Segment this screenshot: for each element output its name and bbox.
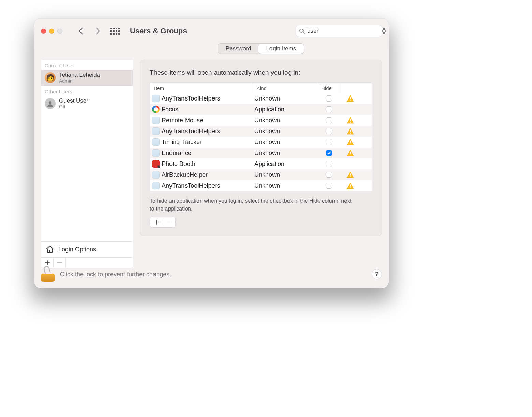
svg-rect-11 — [350, 144, 351, 144]
hide-checkbox[interactable] — [326, 117, 332, 123]
hide-hint: To hide an application when you log in, … — [150, 197, 354, 213]
user-add-remove — [41, 257, 133, 268]
warning-icon — [341, 171, 359, 178]
lock-icon[interactable] — [41, 267, 53, 282]
item-name: Photo Booth — [162, 160, 195, 168]
table-row[interactable]: Remote MouseUnknown — [150, 115, 372, 126]
item-name: AnyTransToolHelpers — [162, 182, 220, 189]
app-icon — [152, 117, 160, 124]
close-window-button[interactable] — [41, 29, 46, 34]
search-icon — [299, 28, 305, 34]
hide-checkbox[interactable] — [326, 95, 332, 102]
svg-rect-17 — [350, 187, 351, 188]
hide-checkbox[interactable] — [326, 161, 332, 167]
item-name: Endurance — [162, 150, 191, 157]
table-row[interactable]: FocusApplication — [150, 104, 372, 115]
table-row[interactable]: Timing TrackerUnknown — [150, 137, 372, 148]
other-users-label: Other Users — [41, 86, 133, 96]
current-user-label: Current User — [41, 60, 133, 70]
item-add-remove — [150, 217, 176, 228]
show-all-button[interactable] — [109, 24, 120, 38]
help-button[interactable]: ? — [372, 269, 382, 279]
item-name: Focus — [162, 106, 178, 113]
svg-rect-4 — [350, 97, 351, 99]
item-kind: Unknown — [252, 139, 317, 146]
main-content: Password Login Items These items will op… — [140, 43, 382, 268]
back-button[interactable] — [75, 24, 86, 38]
svg-rect-13 — [350, 155, 351, 155]
table-row[interactable]: AirBackupHelperUnknown — [150, 169, 372, 180]
col-item[interactable]: Item — [150, 83, 252, 93]
col-kind[interactable]: Kind — [252, 83, 317, 93]
item-kind: Unknown — [252, 95, 317, 102]
app-icon — [152, 106, 160, 113]
svg-rect-12 — [350, 152, 351, 154]
user-role: Admin — [59, 78, 100, 84]
user-avatar: 🧑 — [45, 72, 56, 83]
hide-checkbox[interactable] — [326, 128, 332, 134]
svg-line-1 — [303, 32, 304, 33]
svg-rect-8 — [350, 130, 351, 132]
svg-rect-9 — [350, 133, 351, 134]
app-icon — [152, 149, 160, 157]
guest-avatar-icon — [45, 98, 56, 109]
tab-group: Password Login Items — [218, 43, 304, 54]
tab-password[interactable]: Password — [218, 44, 259, 54]
minimize-window-button[interactable] — [49, 29, 54, 34]
item-kind: Application — [252, 106, 317, 113]
tab-login-items[interactable]: Login Items — [258, 44, 304, 54]
login-options-button[interactable]: Login Options — [41, 241, 133, 257]
user-name: Tetiana Leheida — [59, 72, 100, 78]
col-hide[interactable]: Hide — [317, 83, 341, 93]
svg-rect-14 — [350, 173, 351, 176]
table-row[interactable]: Photo BoothApplication — [150, 158, 372, 169]
panel-title: Users & Groups — [130, 27, 290, 35]
warning-icon — [341, 117, 359, 124]
svg-rect-5 — [350, 100, 351, 101]
hide-checkbox[interactable] — [326, 183, 332, 189]
warning-icon — [341, 182, 359, 189]
svg-rect-7 — [350, 122, 351, 123]
svg-rect-3 — [49, 250, 50, 252]
login-items-panel: These items will open automatically when… — [140, 60, 382, 236]
home-icon — [45, 245, 54, 254]
app-icon — [152, 127, 160, 135]
hide-checkbox[interactable] — [326, 150, 332, 156]
login-items-table: Item Kind Hide AnyTransToolHelpersUnknow… — [150, 82, 372, 191]
item-kind: Unknown — [252, 117, 317, 124]
warning-icon — [341, 95, 359, 102]
forward-button — [92, 24, 103, 38]
login-options-label: Login Options — [58, 246, 96, 253]
hide-checkbox[interactable] — [326, 172, 332, 178]
current-user-row[interactable]: 🧑 Tetiana Leheida Admin — [41, 70, 133, 86]
lock-hint: Click the lock to prevent further change… — [60, 271, 365, 278]
table-row[interactable]: AnyTransToolHelpersUnknown — [150, 126, 372, 137]
svg-point-2 — [49, 101, 51, 104]
search-field[interactable] — [296, 25, 382, 37]
item-name: AnyTransToolHelpers — [162, 95, 220, 102]
users-sidebar: Current User 🧑 Tetiana Leheida Admin Oth… — [41, 60, 133, 268]
table-row[interactable]: EnduranceUnknown — [150, 148, 372, 158]
user-role: Off — [59, 104, 88, 109]
clear-search-button[interactable] — [382, 28, 386, 34]
window-controls — [41, 29, 69, 34]
preferences-window: Users & Groups Current User 🧑 Tetiana Le… — [34, 19, 389, 288]
app-icon — [152, 95, 160, 102]
remove-item-button[interactable] — [163, 217, 176, 227]
add-item-button[interactable] — [150, 217, 163, 227]
warning-icon — [341, 150, 359, 156]
item-name: AirBackupHelper — [162, 171, 208, 179]
guest-user-row[interactable]: Guest User Off — [41, 96, 133, 112]
svg-rect-10 — [350, 141, 351, 143]
table-row[interactable]: AnyTransToolHelpersUnknown — [150, 180, 372, 191]
hide-checkbox[interactable] — [326, 139, 332, 145]
search-input[interactable] — [307, 28, 380, 34]
panel-intro: These items will open automatically when… — [150, 69, 372, 76]
table-row[interactable]: AnyTransToolHelpersUnknown — [150, 93, 372, 104]
hide-checkbox[interactable] — [326, 106, 332, 112]
zoom-window-button — [57, 29, 62, 34]
item-kind: Unknown — [252, 150, 317, 157]
user-name: Guest User — [59, 98, 88, 104]
warning-icon — [341, 139, 359, 145]
remove-user-button[interactable] — [54, 258, 66, 268]
